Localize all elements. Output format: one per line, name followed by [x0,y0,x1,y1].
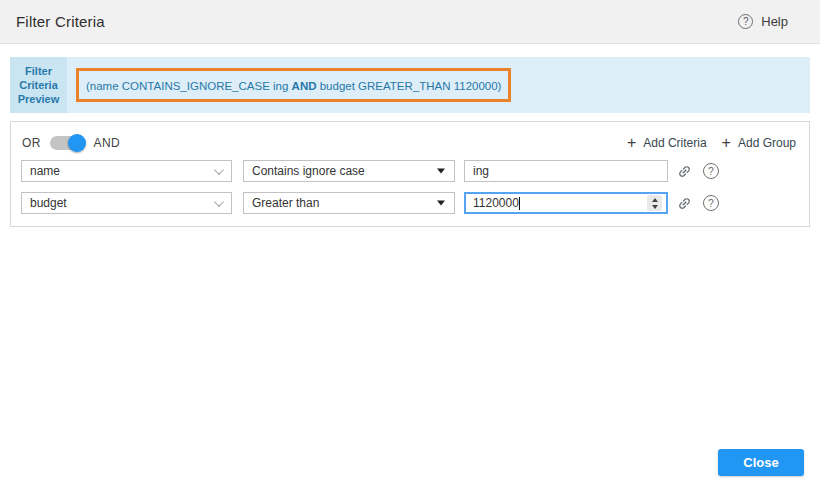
page-header: Filter Criteria ? Help [0,0,820,44]
field-select-value: name [30,164,60,178]
expression-prefix: (name CONTAINS_IGNORE_CASE ing [86,80,292,92]
add-group-label: Add Group [738,136,796,150]
link-button[interactable] [677,164,692,179]
add-criteria-label: Add Criteria [643,136,706,150]
value-input[interactable] [464,160,668,182]
operator-select[interactable]: Greater than [243,192,455,214]
preview-expression: (name CONTAINS_IGNORE_CASE ing AND budge… [86,80,501,92]
dropdown-arrow-icon [437,201,445,206]
dropdown-arrow-icon [437,169,445,174]
chevron-down-icon [214,197,224,207]
add-group-button[interactable]: + Add Group [722,135,796,151]
row-help-icon[interactable]: ? [703,163,719,179]
operator-select-value: Greater than [252,196,319,210]
link-button[interactable] [677,196,692,211]
page-title: Filter Criteria [16,13,105,30]
number-stepper[interactable] [647,195,662,211]
criteria-builder-panel: OR AND + Add Criteria + Add Group name [10,121,810,227]
field-select[interactable]: budget [21,192,232,214]
field-select-value: budget [30,196,67,210]
row-help-icon[interactable]: ? [703,195,719,211]
close-button[interactable]: Close [718,449,804,476]
criteria-row-1: name Contains ignore case ? [21,160,719,182]
step-down-icon [652,205,658,209]
and-or-toggle[interactable] [50,136,84,150]
and-label: AND [94,136,120,150]
or-label: OR [22,136,41,150]
operator-select[interactable]: Contains ignore case [243,160,455,182]
plus-icon: + [722,135,731,151]
criteria-row-2: budget Greater than 1120000 ? [21,192,719,214]
preview-bar: Filter Criteria Preview (name CONTAINS_I… [10,57,810,113]
help-icon: ? [738,14,753,29]
number-input-value: 1120000 [473,196,519,210]
field-select[interactable]: name [21,160,232,182]
number-value-input[interactable]: 1120000 [464,192,668,214]
filter-criteria-dialog: Filter Criteria ? Help Filter Criteria P… [0,0,820,491]
link-icon [677,196,692,211]
link-icon [677,164,692,179]
add-criteria-button[interactable]: + Add Criteria [627,135,707,151]
preview-label: Filter Criteria Preview [10,57,67,113]
operator-select-value: Contains ignore case [252,164,365,178]
step-up-icon [652,198,658,202]
logic-toggle-row: OR AND + Add Criteria + Add Group [22,133,796,153]
add-buttons-group: + Add Criteria + Add Group [627,135,796,151]
chevron-down-icon [214,165,224,175]
plus-icon: + [627,135,636,151]
text-caret [519,197,520,210]
toggle-knob[interactable] [68,134,86,152]
help-button[interactable]: ? Help [738,14,788,29]
preview-highlight-box: (name CONTAINS_IGNORE_CASE ing AND budge… [76,68,511,102]
help-label: Help [761,14,788,29]
expression-suffix: budget GREATER_THAN 1120000) [317,80,502,92]
expression-operator: AND [292,80,317,92]
